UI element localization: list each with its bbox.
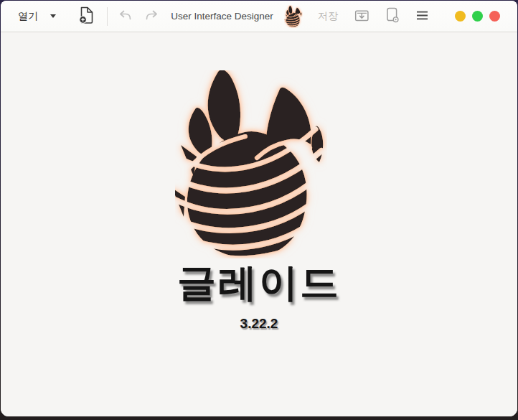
app-name-text: 글레이드: [177, 257, 341, 309]
open-button[interactable]: 열기: [17, 7, 57, 26]
chevron-down-icon[interactable]: [50, 14, 56, 18]
glade-window: 열기: [1, 1, 517, 416]
headerbar: 열기: [1, 1, 517, 32]
glade-flame-icon: [284, 5, 303, 28]
save-tray-icon: [354, 9, 369, 24]
save-button[interactable]: 저장: [318, 10, 338, 23]
version-text: 3.22.2: [240, 316, 278, 332]
minimize-button[interactable]: [455, 11, 466, 22]
toolbar-separator: [107, 7, 108, 26]
redo-button[interactable]: [143, 6, 160, 26]
open-button-label: 열기: [18, 10, 38, 23]
new-project-button[interactable]: [77, 4, 96, 29]
maximize-button[interactable]: [472, 11, 483, 22]
glade-flame-logo: [175, 70, 327, 261]
headerbar-left-group: 열기: [17, 4, 160, 29]
headerbar-right-group: 저장: [284, 4, 500, 28]
save-as-button[interactable]: [353, 6, 371, 27]
hamburger-icon: [416, 11, 428, 22]
redo-icon: [145, 9, 159, 23]
document-gear-icon: [386, 7, 400, 25]
desktop-background: 열기: [0, 0, 518, 420]
window-title: User Interface Designer: [171, 11, 273, 22]
undo-button[interactable]: [117, 6, 133, 26]
close-button[interactable]: [489, 11, 500, 22]
splash-area: 글레이드 3.22.2: [1, 32, 517, 416]
new-document-icon: [78, 6, 95, 27]
undo-icon: [118, 9, 132, 23]
project-properties-button[interactable]: [385, 4, 401, 28]
menu-button[interactable]: [415, 8, 430, 25]
